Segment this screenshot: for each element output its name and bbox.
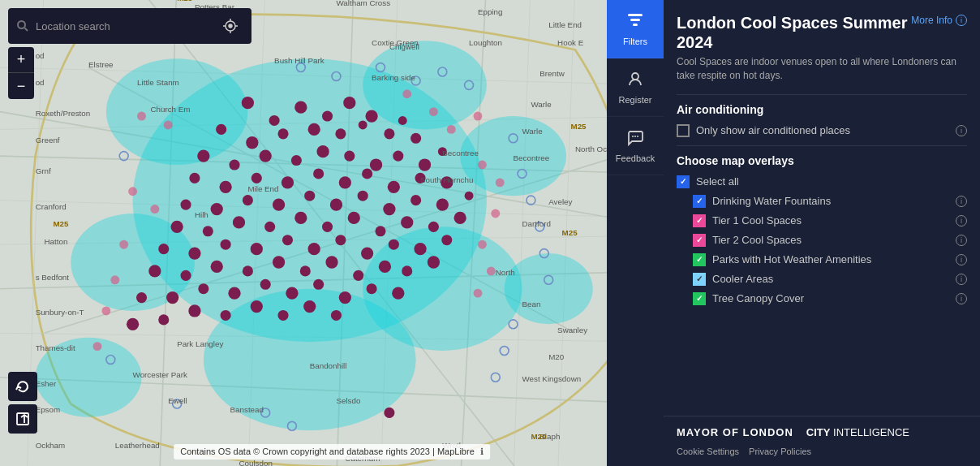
overlay-parks-info[interactable]: i xyxy=(956,254,967,265)
select-all-label: Select all xyxy=(696,175,967,188)
svg-text:Leatherhead: Leatherhead xyxy=(115,441,160,450)
svg-point-96 xyxy=(414,243,426,255)
svg-point-61 xyxy=(362,168,372,179)
overlay-parks-checkbox[interactable]: ✓ xyxy=(693,253,706,266)
locate-button[interactable] xyxy=(217,13,243,39)
svg-point-59 xyxy=(313,168,324,179)
svg-point-108 xyxy=(428,256,440,268)
svg-point-111 xyxy=(198,283,208,294)
svg-point-67 xyxy=(243,195,253,205)
select-all-checkbox[interactable]: ✓ xyxy=(677,175,690,188)
svg-point-46 xyxy=(229,159,239,170)
svg-text:Hatton: Hatton xyxy=(45,237,68,246)
svg-point-93 xyxy=(335,235,346,245)
overlay-tier1-info[interactable]: i xyxy=(956,215,967,227)
zoom-out-button[interactable]: − xyxy=(8,73,34,99)
svg-point-37 xyxy=(246,136,258,149)
svg-point-43 xyxy=(398,116,407,125)
svg-point-42 xyxy=(384,128,394,139)
svg-point-144 xyxy=(474,289,483,298)
svg-point-77 xyxy=(203,226,213,236)
svg-point-52 xyxy=(393,151,403,162)
svg-text:Selsdo: Selsdo xyxy=(336,396,361,405)
svg-text:Sunbury-on-T: Sunbury-on-T xyxy=(36,308,84,317)
overlay-cooler-checkbox[interactable]: ✓ xyxy=(693,273,706,286)
svg-text:Aveley: Aveley xyxy=(548,197,572,206)
svg-text:Ewell: Ewell xyxy=(168,396,187,405)
svg-point-140 xyxy=(110,275,119,284)
svg-point-89 xyxy=(221,239,231,250)
svg-text:Warle: Warle xyxy=(531,100,552,109)
svg-text:Coxtie Green: Coxtie Green xyxy=(372,38,419,47)
nav-register-label: Register xyxy=(619,95,652,105)
more-info-button[interactable]: More Info i xyxy=(911,15,967,26)
svg-point-141 xyxy=(478,240,487,249)
privacy-policies-link[interactable]: Privacy Policies xyxy=(749,447,811,456)
svg-point-55 xyxy=(189,173,200,183)
nav-item-feedback[interactable]: Feedback xyxy=(607,117,664,175)
overlay-tier2-info[interactable]: i xyxy=(956,235,967,246)
panel-footer: MAYOR OF LONDON CITY INTELLIGENCE Cookie… xyxy=(664,416,980,466)
svg-point-92 xyxy=(308,243,320,255)
svg-point-72 xyxy=(383,203,395,215)
air-conditioning-info-icon[interactable]: i xyxy=(956,125,967,136)
svg-point-29 xyxy=(505,253,593,324)
svg-point-98 xyxy=(148,265,161,277)
overlay-tier1-label: Tier 1 Cool Spaces xyxy=(712,214,949,227)
logos-row: MAYOR OF LONDON CITY INTELLIGENCE xyxy=(677,426,967,438)
overlay-canopy-info[interactable]: i xyxy=(956,293,967,304)
svg-text:M20: M20 xyxy=(531,432,547,441)
nav-item-filters[interactable]: Filters xyxy=(607,0,664,58)
footer-links: Cookie Settings Privacy Policies xyxy=(677,447,967,456)
svg-point-45 xyxy=(197,149,209,162)
nav-item-register[interactable]: Register xyxy=(607,58,664,117)
mayor-logo: MAYOR OF LONDON xyxy=(677,426,793,438)
divider-2 xyxy=(677,145,967,146)
overlay-canopy-checkbox[interactable]: ✓ xyxy=(693,292,706,305)
map-controls: + − xyxy=(8,8,251,99)
overlay-drinking-water-info[interactable]: i xyxy=(956,196,967,207)
svg-point-132 xyxy=(447,125,456,134)
svg-point-118 xyxy=(392,287,404,300)
air-conditioning-checkbox[interactable] xyxy=(677,124,690,137)
svg-point-138 xyxy=(119,240,128,249)
side-panel: More Info i London Cool Spaces Summer 20… xyxy=(664,0,980,466)
svg-point-123 xyxy=(251,300,263,313)
location-search-input[interactable] xyxy=(36,20,211,32)
overlay-tier1-checkbox[interactable]: ✓ xyxy=(693,214,706,227)
overlay-drinking-water-checkbox[interactable]: ✓ xyxy=(693,195,706,208)
svg-point-88 xyxy=(188,247,200,259)
svg-text:Mile End: Mile End xyxy=(247,184,278,193)
overlay-tier2-checkbox[interactable]: ✓ xyxy=(693,234,706,247)
more-info-label: More Info xyxy=(911,15,952,26)
cookie-settings-link[interactable]: Cookie Settings xyxy=(677,447,739,456)
zoom-in-button[interactable]: + xyxy=(8,47,34,73)
svg-point-127 xyxy=(384,408,394,418)
share-button[interactable] xyxy=(8,404,37,434)
svg-text:M20: M20 xyxy=(548,352,565,361)
svg-text:Bean: Bean xyxy=(522,300,540,309)
svg-text:Coulsdon: Coulsdon xyxy=(239,459,272,466)
svg-point-134 xyxy=(128,187,137,196)
svg-point-143 xyxy=(101,307,110,316)
refresh-button[interactable] xyxy=(8,372,37,401)
svg-point-90 xyxy=(251,243,263,255)
svg-point-104 xyxy=(325,256,337,268)
svg-point-84 xyxy=(401,216,413,228)
panel-subtitle: Cool Spaces are indoor venues open to al… xyxy=(677,55,967,83)
svg-text:Esher: Esher xyxy=(36,379,57,388)
svg-point-94 xyxy=(361,247,373,259)
overlay-canopy-label: Tree Canopy Cover xyxy=(712,292,949,304)
svg-point-70 xyxy=(330,198,342,210)
divider-1 xyxy=(677,94,967,95)
svg-text:Waltham Cross: Waltham Cross xyxy=(336,0,390,7)
filters-icon xyxy=(626,11,644,33)
svg-point-81 xyxy=(322,222,333,232)
svg-point-109 xyxy=(136,292,147,303)
svg-point-136 xyxy=(478,161,487,170)
svg-point-85 xyxy=(428,222,439,232)
svg-point-142 xyxy=(487,266,496,275)
overlay-cooler-info[interactable]: i xyxy=(956,274,967,285)
svg-point-121 xyxy=(188,304,200,317)
svg-point-139 xyxy=(491,209,500,218)
